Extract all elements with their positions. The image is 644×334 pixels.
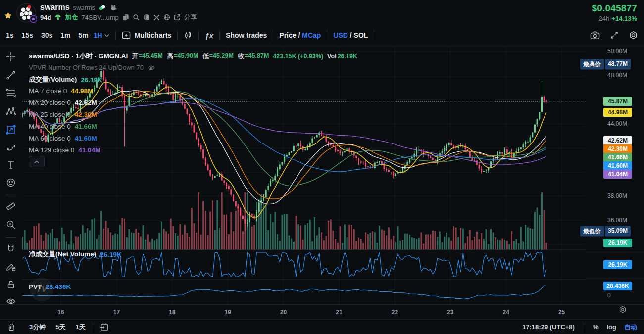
- lock-all-tool[interactable]: [5, 279, 16, 290]
- range-shortcut[interactable]: 3分钟: [29, 323, 46, 332]
- x-axis-label: 23: [447, 309, 453, 316]
- range-shortcuts: 3分钟5天1天: [29, 323, 86, 332]
- screenshot-camera-icon[interactable]: [590, 31, 600, 40]
- pumpfun-icon[interactable]: [143, 14, 150, 21]
- timeframe-1s[interactable]: 1s: [6, 31, 14, 39]
- fullscreen-icon[interactable]: [610, 31, 619, 40]
- axis-label: 48.00M: [607, 72, 627, 79]
- rat-icon: [109, 4, 117, 11]
- token-alt-name: swarms: [73, 4, 96, 11]
- goto-date-calendar-icon[interactable]: [100, 323, 109, 331]
- percent-scale-toggle[interactable]: %: [593, 323, 599, 331]
- price-axis[interactable]: 50.00M最高价48.77M48.00M45.87M44.98M44.00M4…: [586, 46, 644, 319]
- chart-settings-gear-icon[interactable]: [629, 31, 638, 40]
- chevron-up-icon: [34, 160, 39, 163]
- brush-tool[interactable]: [5, 142, 16, 152]
- axis-value-badge: 42.62M: [603, 136, 632, 145]
- drawing-lock-tool[interactable]: [5, 261, 16, 272]
- chart-style-icon[interactable]: [184, 31, 193, 40]
- fib-retracement-tool[interactable]: [5, 88, 16, 98]
- timeframe-1m[interactable]: 1m: [60, 31, 70, 39]
- price-change: +14.13%: [611, 15, 637, 22]
- xabcd-pattern-tool[interactable]: [5, 106, 16, 117]
- x-axis-label: 21: [336, 309, 342, 316]
- zoom-in-tool[interactable]: [5, 219, 16, 230]
- x-axis-label: 22: [392, 309, 398, 316]
- plus-square-icon: [122, 31, 131, 39]
- price-period: 24h: [599, 15, 610, 22]
- crosshair-tool[interactable]: [5, 51, 16, 62]
- pill-icon: [99, 4, 106, 11]
- token-name: swarms: [40, 3, 70, 12]
- trend-line-tool[interactable]: [5, 70, 16, 81]
- axis-label: 44.00M: [607, 120, 627, 127]
- timeframe-30s[interactable]: 30s: [41, 31, 52, 39]
- search-icon[interactable]: [133, 14, 140, 21]
- x-axis-label: 18: [169, 309, 175, 316]
- axis-value-badge: 44.98M: [603, 108, 632, 117]
- text-tool[interactable]: [5, 159, 16, 170]
- x-axis-label: 20: [280, 309, 287, 316]
- usd-sol-toggle[interactable]: USD / SOL: [333, 31, 368, 39]
- range-shortcut[interactable]: 1天: [75, 323, 85, 332]
- ruler-tool[interactable]: [5, 201, 16, 212]
- time-axis[interactable]: 16171819202122232425: [0, 304, 644, 320]
- copy-icon[interactable]: [122, 14, 129, 21]
- add-position-link[interactable]: 加仓: [65, 13, 78, 22]
- multicharts-button[interactable]: Multicharts: [122, 31, 172, 39]
- trash-icon[interactable]: [0, 323, 22, 331]
- app-window: swarms swarms 94d 加仓 74SBV...ump: [0, 0, 644, 334]
- timeframe-15s[interactable]: 15s: [22, 31, 33, 39]
- range-shortcut[interactable]: 5天: [55, 323, 65, 332]
- token-age: 94d: [40, 14, 51, 21]
- axis-extreme-badge: 最低价35.09M: [580, 226, 631, 237]
- x-twitter-icon[interactable]: [153, 14, 160, 21]
- axis-value-badge: 41.60M: [603, 161, 632, 170]
- axis-value-badge: 42.30M: [603, 144, 632, 153]
- header: swarms swarms 94d 加仓 74SBV...ump: [0, 0, 644, 25]
- collapse-legend-button[interactable]: [29, 156, 45, 167]
- axis-value-badge: 28.436K: [603, 282, 632, 290]
- axis-value-badge: 26.19K: [603, 260, 632, 269]
- pvt-legend: PVT 28.436K: [29, 283, 71, 290]
- timeframe-active[interactable]: 1H: [94, 31, 109, 39]
- contract-address[interactable]: 74SBV...ump: [81, 14, 118, 21]
- x-axis-label: 25: [558, 309, 565, 316]
- emoji-tool[interactable]: [5, 177, 16, 188]
- favorite-star-icon[interactable]: [4, 6, 12, 25]
- axis-value-badge: 45.87M: [603, 97, 632, 106]
- x-axis-label: 17: [113, 309, 120, 316]
- eye-off-icon[interactable]: [148, 64, 155, 71]
- magnet-tool[interactable]: [5, 243, 16, 254]
- axis-value-badge: 26.19K: [603, 239, 632, 247]
- axis-label: 0: [607, 292, 611, 299]
- mushroom-icon: [54, 14, 61, 21]
- x-axis-label: 24: [503, 309, 509, 316]
- axis-label: 36.00M: [607, 217, 627, 224]
- chart-area: swarms/USD · 1小时 · GMGN.AI 开=45.45M高=45.…: [0, 46, 644, 334]
- candlestick-chart-canvas[interactable]: [22, 46, 586, 304]
- timeframe-group: 1s15s30s1m5m: [6, 31, 89, 39]
- axis-extreme-badge: 最高价48.77M: [580, 59, 631, 70]
- website-globe-icon[interactable]: [163, 14, 170, 21]
- net-volume-legend: 净成交量(Net Volume) 26.19K: [29, 250, 122, 259]
- token-logo: [16, 3, 36, 23]
- chart-toolbar: 1s15s30s1m5m 1H Multicharts ƒx Show trad…: [0, 25, 644, 46]
- axis-value-badge: 41.04M: [603, 170, 632, 179]
- axis-value-badge: 41.66M: [603, 153, 632, 162]
- price-mcap-toggle[interactable]: Price / MCap: [279, 31, 321, 39]
- auto-scale-toggle[interactable]: 自动: [624, 323, 637, 332]
- axis-label: 50.00M: [607, 48, 627, 55]
- chevron-down-icon: [104, 34, 109, 37]
- external-link-icon[interactable]: [174, 14, 181, 21]
- timeframe-5m[interactable]: 5m: [79, 31, 89, 39]
- show-trades-button[interactable]: Show trades: [226, 31, 267, 39]
- indicators-fx-icon[interactable]: ƒx: [205, 31, 213, 40]
- current-price: $0.045877: [592, 3, 637, 14]
- bottom-bar: 3分钟5天1天 17:18:29 (UTC+8) % log 自动: [0, 319, 644, 334]
- projection-tool[interactable]: [5, 124, 16, 135]
- log-scale-toggle[interactable]: log: [607, 323, 617, 331]
- share-link[interactable]: 分享: [184, 13, 197, 22]
- clock-time[interactable]: 17:18:29 (UTC+8): [522, 323, 575, 331]
- x-axis-label: 16: [57, 309, 64, 316]
